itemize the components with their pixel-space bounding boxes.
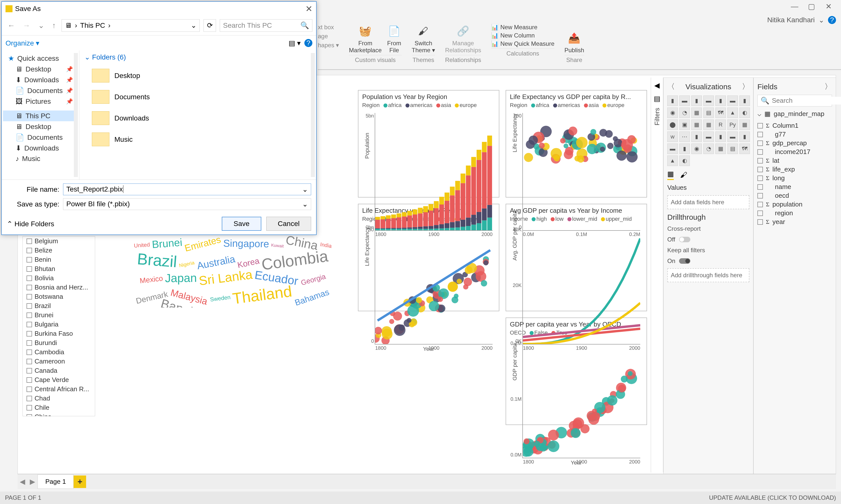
- fields-well-icon[interactable]: ▦: [667, 170, 674, 180]
- viz-type-13[interactable]: ◐: [739, 108, 750, 118]
- chart-pop[interactable]: Population vs Year by RegionRegionafrica…: [358, 90, 499, 198]
- drillthrough-dropzone[interactable]: Add drillthrough fields here: [667, 268, 750, 282]
- slicer-item[interactable]: Bolivia: [23, 273, 95, 283]
- dialog-help-icon[interactable]: ?: [304, 39, 312, 47]
- viz-type-25[interactable]: ▮: [715, 131, 726, 142]
- slicer-item[interactable]: Belize: [23, 246, 95, 255]
- sidebar-item-downloads[interactable]: ⬇Downloads📌: [3, 74, 78, 85]
- slicer-item[interactable]: Burundi: [23, 338, 95, 347]
- explorer-main[interactable]: ⌄ Folders (6) DesktopDocumentsDownloadsM…: [79, 51, 316, 180]
- filters-pane-collapsed[interactable]: ◀ ▤ Filters: [651, 77, 663, 472]
- viz-type-6[interactable]: ▮: [739, 95, 750, 106]
- sidebar-item-music[interactable]: ♪Music: [3, 154, 78, 164]
- viz-type-1[interactable]: ▬: [679, 95, 690, 106]
- cancel-button[interactable]: Cancel: [266, 217, 311, 231]
- sidebar-this-pc[interactable]: 🖥This PC: [3, 110, 78, 121]
- nav-fwd-icon[interactable]: →: [21, 21, 32, 30]
- organize-menu[interactable]: Organize ▾: [5, 39, 39, 47]
- new-quick-measure-button[interactable]: New Quick Measure: [491, 40, 554, 47]
- fields-search-input[interactable]: [772, 97, 841, 105]
- slicer-item[interactable]: Chile: [23, 403, 95, 412]
- help-icon[interactable]: ?: [828, 16, 836, 24]
- filetype-select[interactable]: Power BI file (*.pbix)⌄: [63, 198, 311, 210]
- viz-type-11[interactable]: 🗺: [715, 108, 726, 118]
- shapes-stub[interactable]: hapes ▾: [318, 42, 339, 49]
- manage-relationships-button[interactable]: 🔗Manage Relationships: [445, 23, 481, 54]
- slicer-item[interactable]: Chad: [23, 394, 95, 403]
- slicer-item[interactable]: Canada: [23, 366, 95, 375]
- collapse-icon[interactable]: ⌵: [757, 110, 761, 118]
- viz-type-24[interactable]: ▬: [703, 131, 714, 142]
- minimize-icon[interactable]: —: [787, 2, 802, 11]
- field-life_exp[interactable]: Σlife_exp: [757, 165, 832, 174]
- viz-type-29[interactable]: ▮: [679, 144, 690, 154]
- new-column-button[interactable]: New Column: [491, 32, 554, 39]
- view-options-icon[interactable]: ▤ ▾: [289, 39, 301, 47]
- field-lat[interactable]: Σlat: [757, 156, 832, 165]
- expand-fields-icon[interactable]: 〉: [824, 82, 832, 92]
- sidebar-quick-access[interactable]: ★Quick access: [3, 53, 78, 64]
- viz-type-26[interactable]: ▬: [727, 131, 738, 142]
- folder-documents[interactable]: Documents: [84, 86, 311, 108]
- slicer-item[interactable]: Central African R...: [23, 384, 95, 394]
- format-icon[interactable]: 🖌: [680, 171, 687, 179]
- chart-legdp[interactable]: Life Expectancy vs GDP per capita by R..…: [505, 90, 647, 198]
- field-name[interactable]: name: [757, 182, 832, 191]
- sidebar-item-documents[interactable]: 📄Documents: [3, 132, 78, 143]
- publish-button[interactable]: 📤Publish: [564, 31, 584, 54]
- viz-type-19[interactable]: Py: [727, 120, 738, 130]
- expand-icon[interactable]: ⌄: [84, 53, 92, 61]
- hide-folders-button[interactable]: ⌃ Hide Folders: [7, 220, 54, 228]
- viz-type-23[interactable]: ▮: [691, 131, 702, 142]
- viz-type-4[interactable]: ▮: [715, 95, 726, 106]
- viz-type-30[interactable]: ◉: [691, 144, 702, 154]
- sidebar-item-documents[interactable]: 📄Documents📌: [3, 85, 78, 96]
- sidebar-item-desktop[interactable]: 🖥Desktop📌: [3, 64, 78, 74]
- new-measure-button[interactable]: New Measure: [491, 24, 554, 31]
- sidebar-item-downloads[interactable]: ⬇Downloads: [3, 143, 78, 154]
- viz-type-8[interactable]: ◔: [679, 108, 690, 118]
- add-page-button[interactable]: +: [73, 475, 86, 488]
- viz-type-21[interactable]: w: [667, 131, 678, 142]
- slicer-item[interactable]: Brazil: [23, 301, 95, 310]
- viz-type-7[interactable]: ◉: [667, 108, 678, 118]
- slicer-item[interactable]: Burkina Faso: [23, 329, 95, 338]
- slicer-countries[interactable]: BelgiumBelizeBeninBhutanBoliviaBosnia an…: [22, 236, 95, 416]
- expand-viz-icon[interactable]: 〉: [742, 82, 750, 92]
- viz-type-0[interactable]: ▮: [667, 95, 678, 106]
- update-available-link[interactable]: UPDATE AVAILABLE (CLICK TO DOWNLOAD): [709, 494, 836, 501]
- slicer-item[interactable]: China: [23, 412, 95, 416]
- field-gdp_percap[interactable]: Σgdp_percap: [757, 139, 832, 147]
- viz-type-34[interactable]: 🗺: [739, 144, 750, 154]
- field-population[interactable]: Σpopulation: [757, 200, 832, 209]
- viz-type-16[interactable]: ▦: [691, 120, 702, 130]
- save-button[interactable]: Save: [222, 217, 261, 231]
- chevron-down-icon[interactable]: ⌄: [819, 16, 824, 24]
- field-g77[interactable]: g77: [757, 130, 832, 139]
- table-header[interactable]: ⌵ ▦ gap_minder_map: [757, 109, 832, 118]
- viz-type-10[interactable]: ▤: [703, 108, 714, 118]
- viz-type-14[interactable]: ⬤: [667, 120, 678, 130]
- slicer-item[interactable]: Benin: [23, 255, 95, 264]
- viz-type-5[interactable]: ▬: [727, 95, 738, 106]
- tab-prev[interactable]: ◀: [18, 478, 28, 486]
- wordcloud-visual[interactable]: UnitedBruneiEmiratesSingaporeKuwaitChina…: [130, 235, 336, 307]
- tab-next[interactable]: ▶: [28, 478, 37, 486]
- sidebar-item-pictures[interactable]: 🖼Pictures📌: [3, 96, 78, 107]
- slicer-item[interactable]: Cape Verde: [23, 375, 95, 384]
- field-long[interactable]: Σlong: [757, 174, 832, 182]
- viz-type-2[interactable]: ▮: [691, 95, 702, 106]
- nav-up-icon[interactable]: ↑: [50, 21, 58, 30]
- collapse-viz-icon[interactable]: 〈: [667, 82, 675, 92]
- viz-type-17[interactable]: ▦: [703, 120, 714, 130]
- folder-downloads[interactable]: Downloads: [84, 108, 311, 129]
- slicer-item[interactable]: Botswana: [23, 292, 95, 301]
- nav-history-icon[interactable]: ⌄: [36, 21, 46, 30]
- textbox-stub[interactable]: xt box: [318, 24, 334, 31]
- expand-filters-icon[interactable]: ◀: [654, 81, 660, 90]
- keep-filters-toggle[interactable]: [679, 258, 690, 264]
- slicer-item[interactable]: Cambodia: [23, 347, 95, 357]
- close-icon[interactable]: ✕: [821, 2, 836, 11]
- nav-back-icon[interactable]: ←: [5, 21, 17, 30]
- viz-type-15[interactable]: ▣: [679, 120, 690, 130]
